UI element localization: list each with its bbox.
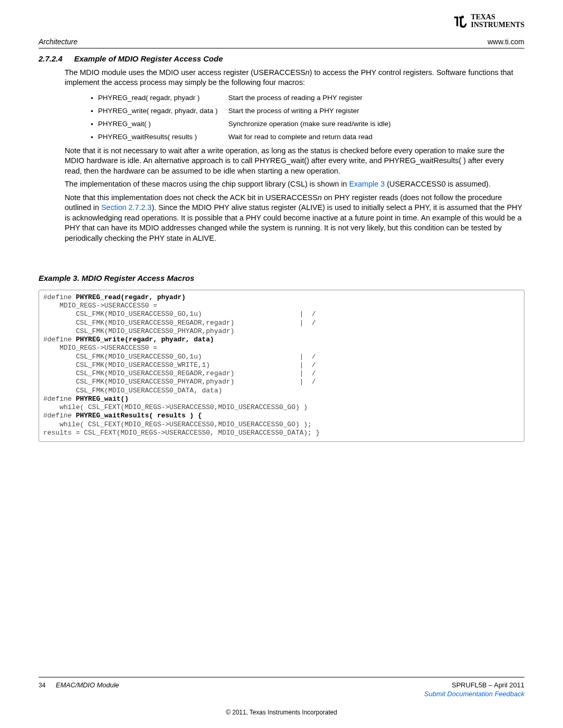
section-title: Example of MDIO Register Access Code: [74, 54, 223, 63]
macro-name: PHYREG_waitResults( results ): [98, 132, 228, 142]
header-section-name: Architecture: [39, 37, 78, 47]
footer-module-name: EMAC/MDIO Module: [56, 681, 119, 689]
macro-name: PHYREG_wait( ): [98, 119, 228, 129]
page-footer: 34 EMAC/MDIO Module SPRUFL5B – April 201…: [39, 677, 524, 717]
submit-feedback-link[interactable]: Submit Documentation Feedback: [424, 690, 524, 698]
paragraph-4: Note that this implementation does not c…: [65, 193, 522, 244]
section-heading: 2.7.2.4 Example of MDIO Register Access …: [39, 54, 524, 64]
macro-name: PHYREG_read( regadr, phyadr ): [98, 93, 228, 103]
bullet-icon: •: [91, 132, 98, 142]
macro-desc: Synchronize operation (make sure read/wr…: [228, 119, 524, 129]
bullet-icon: •: [91, 106, 98, 116]
link-example-3[interactable]: Example 3: [349, 180, 385, 188]
macro-row: • PHYREG_wait( ) Synchronize operation (…: [91, 119, 524, 129]
header-url: www.ti.com: [487, 37, 524, 47]
macro-row: • PHYREG_read( regadr, phyadr ) Start th…: [91, 93, 524, 103]
macro-row: • PHYREG_write( regadr, phyadr, data ) S…: [91, 106, 524, 116]
bullet-icon: •: [91, 93, 98, 103]
macro-desc: Start the process of reading a PHY regis…: [228, 93, 524, 103]
running-header: Architecture www.ti.com: [39, 37, 524, 48]
logo-row: TEXAS INSTRUMENTS: [39, 14, 524, 29]
link-section-2723[interactable]: Section 2.7.2.3: [101, 203, 152, 212]
macro-desc: Wait for read to complete and return dat…: [228, 132, 524, 142]
footer-copyright: © 2011, Texas Instruments Incorporated: [39, 708, 524, 717]
page-number: 34: [39, 682, 45, 689]
footer-doc-id: SPRUFL5B – April 2011: [424, 681, 524, 690]
ti-logo: TEXAS INSTRUMENTS: [452, 14, 524, 29]
ti-logo-icon: [452, 15, 470, 28]
paragraph-2: Note that it is not necessary to wait af…: [65, 146, 522, 177]
paragraph-3: The implementation of these macros using…: [65, 179, 522, 190]
macro-desc: Start the process of writing a PHY regis…: [228, 106, 524, 116]
code-listing: #define PHYREG_read(regadr, phyadr) MDIO…: [39, 290, 524, 442]
macro-name: PHYREG_write( regadr, phyadr, data ): [98, 106, 228, 116]
paragraph-1: The MDIO module uses the MDIO user acces…: [65, 68, 522, 88]
logo-text-bottom: INSTRUMENTS: [471, 21, 524, 29]
logo-text-top: TEXAS: [471, 14, 524, 21]
example-title: Example 3. MDIO Register Access Macros: [39, 273, 524, 283]
macro-list: • PHYREG_read( regadr, phyadr ) Start th…: [91, 93, 524, 143]
bullet-icon: •: [91, 119, 98, 129]
section-number: 2.7.2.4: [39, 54, 72, 64]
macro-row: • PHYREG_waitResults( results ) Wait for…: [91, 132, 524, 142]
